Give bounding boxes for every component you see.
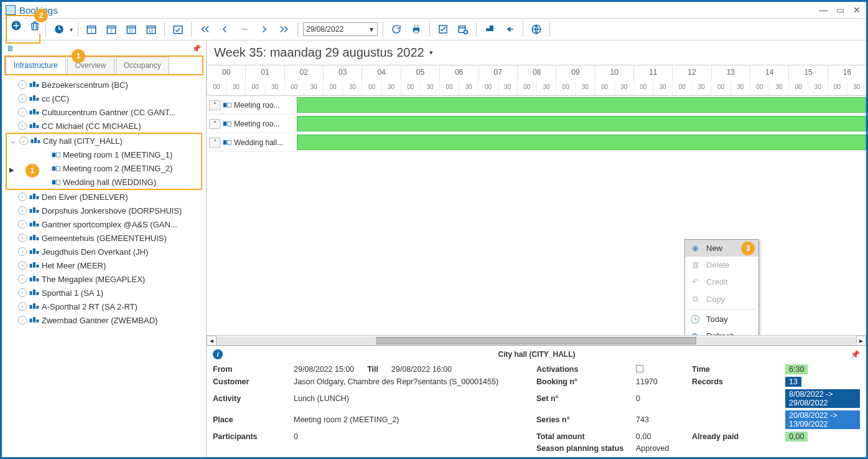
tree-item[interactable]: ›Den Elver (DENELVER) — [6, 190, 202, 204]
tree-item[interactable]: ›A-Sporthal 2 RT (SA 2-RT) — [6, 300, 202, 313]
expander-circle-icon[interactable]: › — [18, 80, 27, 89]
tree-item-cityhall[interactable]: ⌄ ⌄ City hall (CITY_HALL) — [7, 134, 201, 148]
expander-circle-icon[interactable]: › — [18, 316, 27, 324]
row-collapse-button[interactable]: ˄ — [209, 119, 220, 129]
details-pin-button[interactable]: 📌 — [851, 350, 860, 359]
tree-item[interactable]: ›Het Meer (MEER) — [6, 258, 202, 272]
nav-today-button[interactable]: ~ — [236, 21, 253, 37]
svg-rect-77 — [223, 121, 227, 126]
cal12-button[interactable]: 12 — [143, 21, 159, 37]
add-button[interactable] — [8, 17, 24, 34]
scroll-right-button[interactable]: ▸ — [856, 336, 866, 346]
tree-item[interactable]: ›Gemeentehuis (GEMEENTEHUIS) — [6, 231, 202, 245]
ctx-today[interactable]: 🕒 Today — [685, 311, 758, 328]
expander-circle-icon[interactable]: › — [18, 247, 27, 256]
row-collapse-button[interactable]: ˄ — [209, 100, 220, 110]
expander-circle-icon[interactable]: › — [18, 121, 27, 130]
date-dropdown-arrow-icon[interactable]: ▼ — [368, 26, 375, 33]
date-selector[interactable]: 29/08/2022 ▼ — [303, 22, 378, 36]
tree-item[interactable]: ›cc (CC) — [6, 92, 202, 105]
doc-icon[interactable]: 🗎 — [7, 44, 14, 54]
expander-circle-icon[interactable]: › — [18, 108, 27, 116]
horizontal-scrollbar[interactable]: ◂ ▸ — [207, 335, 866, 345]
svg-rect-66 — [30, 291, 32, 295]
expander-circle-icon[interactable]: › — [18, 192, 27, 201]
svg-rect-51 — [30, 222, 32, 226]
scroll-thumb[interactable] — [376, 337, 696, 344]
maximize-button[interactable]: ▭ — [834, 5, 846, 15]
expander-circle-icon[interactable]: › — [18, 288, 27, 297]
toolbar: 2 ▾ 1 7 31 12 ~ 29/08/2022 ▼ — [2, 18, 866, 40]
schedule-row[interactable]: ˄Meeting roo... — [207, 96, 866, 115]
schedule-area[interactable]: ˄Meeting roo...˄Meeting roo...˄Wedding h… — [207, 96, 866, 335]
row-collapse-button[interactable]: ˄ — [209, 138, 220, 148]
flag-button[interactable] — [482, 21, 498, 37]
expander-circle-icon[interactable]: › — [18, 94, 27, 103]
tree-item[interactable]: ›Sporthal 1 (SA 1) — [6, 286, 202, 300]
nav-prev-button[interactable] — [217, 21, 233, 37]
expander-circle-icon[interactable]: › — [18, 220, 27, 229]
expander-circle-icon[interactable]: › — [18, 275, 27, 283]
halfhour-cell: 30 — [769, 81, 788, 96]
cal-check-button[interactable] — [170, 21, 186, 37]
availability-bar[interactable] — [297, 116, 866, 131]
cal7-button[interactable]: 7 — [103, 21, 119, 37]
clock-button[interactable] — [51, 21, 67, 37]
pin-button[interactable]: 📌 — [192, 44, 201, 54]
cal31-button[interactable]: 31 — [123, 21, 139, 37]
minimize-button[interactable]: — — [817, 5, 829, 15]
dropdown-arrow-icon[interactable]: ▾ — [70, 26, 73, 33]
tree-item[interactable]: ›Cultuurcentrum Gantner (CC GANT... — [6, 105, 202, 119]
ctx-new[interactable]: ⊕ New 3 — [685, 240, 758, 257]
tab-occupancy[interactable]: Occupancy — [116, 57, 169, 74]
expander-circle-icon[interactable]: › — [18, 261, 27, 270]
nav-first-button[interactable] — [197, 21, 213, 37]
cal1-button[interactable]: 1 — [83, 21, 100, 37]
tab-infrastructure[interactable]: Infrastructure — [6, 57, 66, 74]
scroll-track[interactable] — [217, 337, 856, 344]
tree-item[interactable]: ›Gantner sportcomplex @A&S (GAN... — [6, 217, 202, 231]
details-title: City hall (CITY_HALL) — [223, 350, 851, 359]
tree-label: A-Sporthal 2 RT (SA 2-RT) — [42, 302, 138, 311]
expander-circle-icon[interactable]: › — [18, 206, 27, 215]
activation-checkbox[interactable] — [636, 365, 643, 372]
schedule-row[interactable]: ˄Wedding hall... — [207, 133, 866, 152]
tree-item[interactable]: ›CC Michael (CC MICHAEL) — [6, 119, 202, 133]
facility-icon — [29, 94, 39, 103]
facility-icon — [29, 206, 39, 215]
globe-button[interactable] — [528, 21, 544, 37]
tree-item[interactable]: ›Dorpshuis Jonkershove (DORPSHUIS) — [6, 204, 202, 217]
back-arrow-button[interactable] — [502, 21, 518, 37]
halfhour-cell: 30 — [536, 81, 556, 96]
tree-subitem[interactable]: Meeting room 1 (MEETING_1) — [37, 148, 201, 161]
svg-rect-54 — [30, 236, 32, 240]
week-dropdown-icon[interactable]: ▾ — [429, 49, 433, 57]
nav-last-button[interactable] — [276, 21, 292, 37]
cal-plus-button[interactable] — [455, 21, 471, 37]
tree-item[interactable]: ›Bezoekerscentrum (BC) — [6, 78, 202, 92]
ctx-refresh[interactable]: ⟳ Refresh — [685, 328, 758, 335]
tree-item[interactable]: ›Zwembad Gantner (ZWEMBAD) — [6, 313, 202, 327]
tree-item[interactable]: ›Jeugdhuis Den Overkant (JH) — [6, 245, 202, 258]
expander-circle-icon[interactable]: ⌄ — [19, 136, 28, 145]
schedule-row[interactable]: ˄Meeting roo... — [207, 115, 866, 133]
scroll-left-button[interactable]: ◂ — [207, 336, 217, 346]
expander-circle-icon[interactable]: › — [18, 302, 27, 311]
right-panel: Week 35: maandag 29 augustus 2022 ▾ 0001… — [207, 40, 866, 457]
availability-bar[interactable] — [297, 97, 866, 113]
availability-bar[interactable] — [297, 135, 866, 150]
check-button[interactable] — [435, 21, 451, 37]
tree-subitem[interactable]: Meeting room 2 (MEETING_2) — [37, 161, 201, 175]
tree-item[interactable]: ›The Megaplex (MEGAPLEX) — [6, 272, 202, 286]
nav-next-button[interactable] — [256, 21, 273, 37]
halfhour-cell: 30 — [420, 81, 439, 96]
timeline-header: 0001020304050607080910111213141516 00300… — [207, 65, 866, 96]
tree-label: Cultuurcentrum Gantner (CC GANT... — [42, 108, 175, 117]
expander-circle-icon[interactable]: › — [18, 234, 27, 242]
tree-subitem[interactable]: Wedding hall (WEDDING) — [37, 175, 201, 189]
close-button[interactable]: ✕ — [851, 5, 862, 15]
refresh-button[interactable] — [388, 21, 404, 37]
collapse-icon[interactable]: ⌄ — [8, 137, 17, 145]
print-button[interactable] — [408, 21, 424, 37]
facility-icon — [29, 275, 39, 284]
